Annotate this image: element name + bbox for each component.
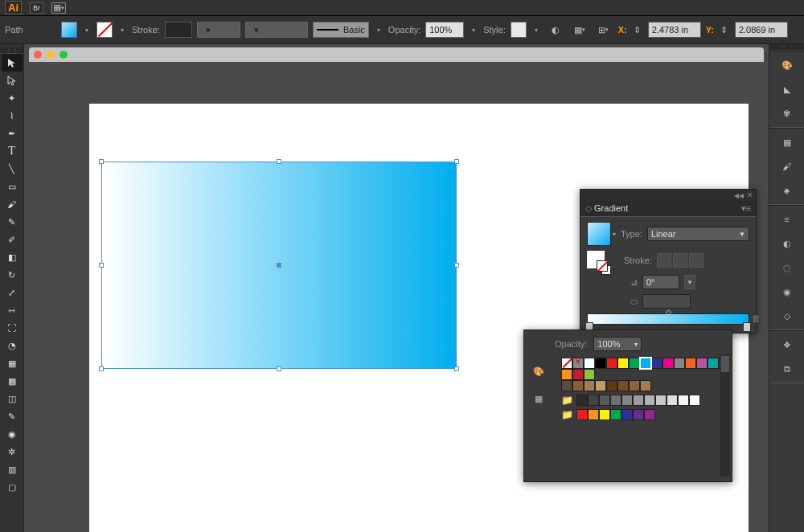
swatch[interactable]	[708, 358, 719, 369]
brush-preview[interactable]: Basic	[313, 22, 369, 38]
swatch[interactable]	[606, 380, 617, 391]
sel-handle-bc[interactable]	[277, 366, 281, 371]
type-tool[interactable]: T	[2, 142, 23, 160]
fill-dropdown[interactable]: ▾	[82, 22, 92, 38]
gradient-preview-dropdown[interactable]: ▾	[613, 231, 616, 238]
gradient-slider[interactable]: ◇	[587, 313, 749, 325]
folder-icon[interactable]: 📁	[561, 395, 573, 406]
gradient-angle-input[interactable]: 0°	[642, 275, 679, 289]
panel-close-icon[interactable]: ×	[747, 190, 753, 201]
stroke-weight-input[interactable]	[165, 22, 192, 38]
swatch[interactable]	[606, 358, 617, 369]
gradient-preview-swatch[interactable]	[587, 222, 611, 246]
panel-collapse-icon[interactable]: ◂◂	[734, 190, 744, 201]
swatch[interactable]	[588, 395, 599, 406]
sel-center[interactable]	[277, 263, 281, 268]
blend-tool[interactable]: ◉	[2, 425, 23, 443]
line-tool[interactable]: ╲	[2, 160, 23, 178]
stroke-gradient-mode[interactable]	[657, 253, 704, 268]
minimize-window-icon[interactable]	[47, 51, 55, 59]
sel-handle-tl[interactable]	[99, 159, 104, 164]
brushes-panel-icon[interactable]: 🖌	[776, 158, 798, 175]
swatch[interactable]	[640, 358, 651, 369]
sel-handle-tc[interactable]	[277, 159, 281, 164]
gradient-midpoint-icon[interactable]: ◇	[666, 308, 671, 316]
sw-opacity-input[interactable]: 100%▾	[593, 337, 642, 351]
y-value-input[interactable]	[735, 22, 788, 38]
color-guide-icon[interactable]: ◣	[776, 80, 798, 98]
swatch[interactable]	[644, 409, 655, 420]
stroke-dropdown[interactable]: ▾	[117, 22, 127, 38]
toolbar-grip[interactable]	[0, 47, 23, 54]
swatch[interactable]	[610, 395, 621, 406]
swatch[interactable]	[584, 380, 595, 391]
swatch[interactable]	[640, 380, 651, 391]
gradient-type-select[interactable]: Linear▼	[647, 227, 749, 241]
swatch[interactable]	[588, 409, 599, 420]
swatch[interactable]	[572, 369, 584, 380]
appearance-panel-icon[interactable]: ◉	[776, 283, 798, 301]
x-link-icon[interactable]: ⇕	[632, 20, 643, 39]
swatch[interactable]	[610, 409, 621, 420]
swatch[interactable]	[599, 409, 610, 420]
swatch[interactable]	[584, 369, 595, 380]
shape-builder-tool[interactable]: ◔	[2, 337, 23, 354]
swatch[interactable]	[629, 380, 640, 391]
recolor-icon[interactable]: ◐	[546, 20, 565, 39]
swatch[interactable]	[651, 358, 662, 369]
style-swatch[interactable]	[511, 22, 527, 38]
mesh-tool[interactable]: ▩	[2, 372, 23, 390]
rectangle-tool[interactable]: ▭	[2, 178, 23, 195]
swatch[interactable]	[662, 358, 674, 369]
brush-dropdown[interactable]: ▾	[374, 22, 384, 38]
swatch[interactable]	[572, 380, 584, 391]
column-graph-tool[interactable]: ▥	[2, 460, 23, 478]
eraser-tool[interactable]: ◧	[2, 248, 23, 266]
layers-panel-icon[interactable]: ❖	[776, 336, 798, 354]
document-titlebar[interactable]	[29, 47, 764, 62]
swatch[interactable]	[576, 395, 588, 406]
rotate-tool[interactable]: ↻	[2, 266, 23, 284]
pen-tool[interactable]: ✒	[2, 125, 23, 142]
swatch[interactable]	[617, 358, 629, 369]
artboards-panel-icon[interactable]: ⧉	[776, 360, 798, 378]
x-value-input[interactable]	[648, 22, 701, 38]
gradient-panel-icon[interactable]: ◐	[776, 235, 798, 252]
color-panel-icon[interactable]: 🎨	[776, 56, 798, 74]
swatch[interactable]	[655, 395, 667, 406]
pencil-tool[interactable]: ✎	[2, 213, 23, 231]
swatch[interactable]	[572, 358, 584, 369]
sel-handle-ml[interactable]	[99, 263, 104, 268]
swatches-panel-icon[interactable]: ▦	[776, 133, 798, 151]
swatch[interactable]	[576, 409, 588, 420]
close-window-icon[interactable]	[34, 51, 42, 59]
sel-handle-tr[interactable]	[454, 159, 459, 164]
swatches-scrollbar[interactable]	[720, 354, 730, 477]
swatch[interactable]	[621, 395, 633, 406]
bridge-button[interactable]: Br	[30, 2, 43, 14]
swatch[interactable]	[561, 380, 572, 391]
transform-icon[interactable]: ⊞▾	[594, 20, 613, 39]
style-dropdown[interactable]: ▾	[531, 22, 541, 38]
swatch[interactable]	[678, 395, 689, 406]
width-tool[interactable]: ⇿	[2, 301, 23, 319]
delete-stop-icon[interactable]: 🗑	[752, 313, 761, 323]
swatch[interactable]	[633, 395, 644, 406]
dock-grip[interactable]	[769, 44, 804, 51]
panel-menu-icon[interactable]: ▾≡	[741, 203, 751, 214]
y-link-icon[interactable]: ⇕	[719, 20, 730, 39]
free-transform-tool[interactable]: ⛶	[2, 319, 23, 337]
stroke-panel-icon[interactable]: ≡	[776, 211, 798, 228]
symbol-sprayer-tool[interactable]: ✲	[2, 443, 23, 460]
swatch[interactable]	[644, 395, 655, 406]
swatch[interactable]	[633, 409, 644, 420]
swatch[interactable]	[689, 395, 700, 406]
gradient-panel-header[interactable]: ◇ Gradient ▾≡	[580, 201, 756, 217]
brush-def-dropdown[interactable]: ▾	[245, 22, 308, 38]
opacity-input[interactable]: 100%	[425, 22, 464, 38]
magic-wand-tool[interactable]: ✦	[2, 89, 23, 107]
opacity-dropdown[interactable]: ▾	[469, 22, 478, 38]
transparency-panel-icon[interactable]: ◌	[776, 259, 798, 276]
swatch-grid-icon[interactable]: ▦	[529, 390, 548, 407]
aspect-ratio-input[interactable]	[642, 294, 691, 309]
